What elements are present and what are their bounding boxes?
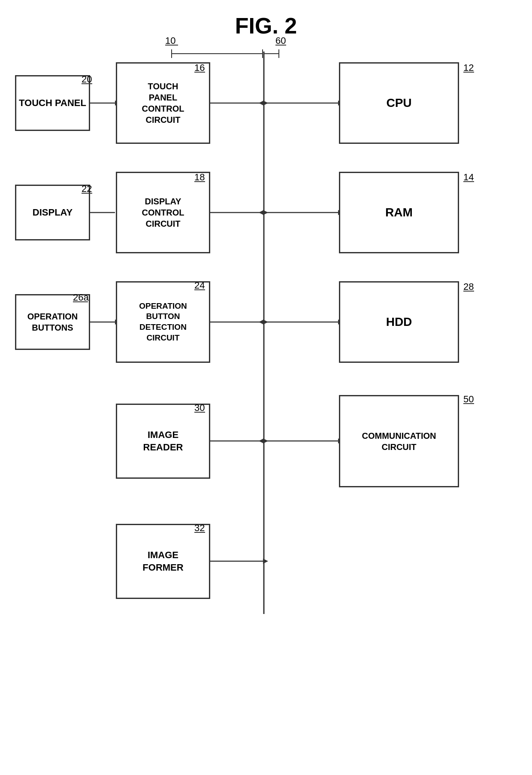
svg-marker-33 (263, 559, 268, 564)
cpu-block: CPU (339, 62, 459, 144)
svg-marker-23 (259, 319, 264, 325)
ref-underline-24 (194, 289, 205, 290)
image-former-block: IMAGEFORMER (116, 524, 210, 599)
ref-underline-18 (194, 181, 205, 182)
ref-underline-12 (463, 72, 474, 73)
svg-marker-14 (263, 210, 268, 215)
svg-marker-21 (263, 319, 268, 325)
display-block: DISPLAY (15, 185, 90, 240)
ref-underline-22 (82, 193, 92, 194)
ref-underline-20 (82, 83, 92, 84)
ref-underline-28 (463, 291, 474, 292)
operation-button-detection-block: OPERATIONBUTTONDETECTIONCIRCUIT (116, 281, 210, 363)
svg-marker-16 (259, 210, 264, 215)
ref-underline-16 (194, 72, 205, 73)
svg-marker-27 (263, 438, 268, 444)
image-reader-block: IMAGEREADER (116, 404, 210, 479)
svg-marker-29 (259, 438, 264, 444)
ref-underline-50 (463, 403, 474, 404)
ref-underline-10 (165, 45, 178, 46)
ref-underline-26a (73, 301, 88, 302)
svg-marker-6 (263, 100, 268, 106)
ref-underline-32 (194, 532, 205, 533)
svg-marker-8 (259, 100, 264, 106)
ref-underline-60 (275, 45, 286, 46)
touch-panel-control-block: TOUCHPANELCONTROLCIRCUIT (116, 62, 210, 144)
display-control-block: DISPLAYCONTROLCIRCUIT (116, 172, 210, 253)
ref-underline-30 (194, 412, 205, 413)
ref-underline-14 (463, 181, 474, 182)
diagram-container: FIG. 2 (0, 0, 532, 775)
ram-block: RAM (339, 172, 459, 253)
communication-circuit-block: COMMUNICATIONCIRCUIT (339, 395, 459, 487)
touch-panel-block: TOUCH PANEL (15, 75, 90, 131)
fig-title: FIG. 2 (235, 13, 297, 39)
hdd-block: HDD (339, 281, 459, 363)
